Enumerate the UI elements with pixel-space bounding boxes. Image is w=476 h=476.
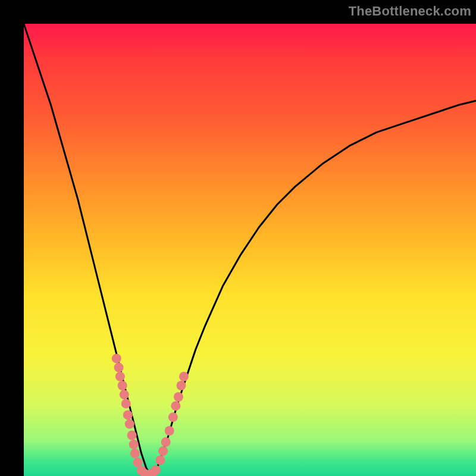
cluster-point [125,419,134,429]
cluster-point [156,455,165,465]
cluster-point [121,399,131,408]
cluster-point [127,431,137,440]
cluster-point [112,353,121,363]
cluster-point [176,381,186,390]
cluster-point [171,401,180,411]
cluster-point [120,390,129,399]
cluster-point [168,412,178,422]
chart-svg [24,24,476,476]
cluster-point [115,372,125,381]
cluster-point [151,465,161,475]
bottleneck-curve [24,24,476,476]
cluster-point [118,381,127,390]
watermark-text: TheBottleneck.com [349,4,471,19]
cluster-point [129,440,139,449]
cluster-point [158,446,168,456]
cluster-point [174,392,183,402]
chart-frame: TheBottleneck.com [0,0,476,476]
cluster-point [161,437,171,447]
cluster-point [123,410,133,419]
cluster-point [133,458,143,467]
cluster-point [165,426,174,436]
plot-area [24,24,476,476]
cluster-point [130,449,140,458]
cluster-point [114,363,124,372]
cluster-point [179,372,189,381]
